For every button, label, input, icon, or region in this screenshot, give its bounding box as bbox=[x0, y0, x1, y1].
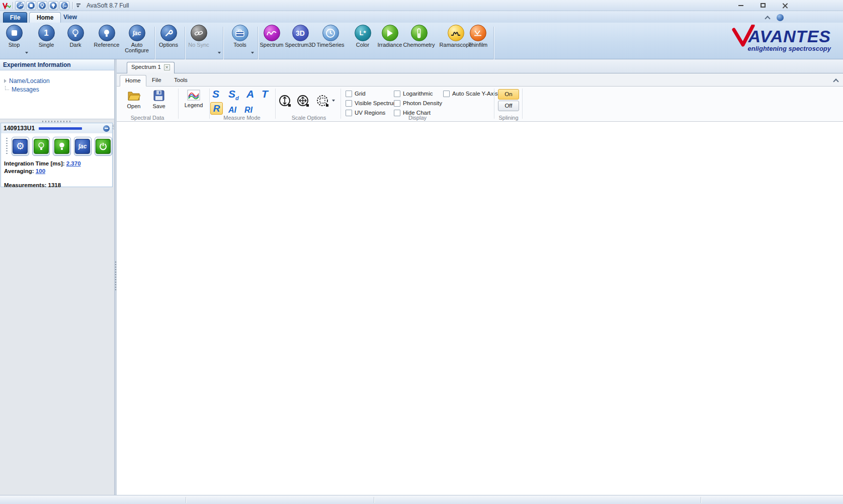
chemometry-button[interactable]: Chemometry bbox=[401, 25, 437, 48]
dark-bulb-icon bbox=[39, 2, 46, 9]
options-button[interactable]: Options bbox=[155, 25, 182, 48]
legend-label: Legend bbox=[185, 102, 203, 108]
quick-access-autoconfigure-button[interactable]: ac bbox=[59, 1, 69, 10]
drag-handle[interactable] bbox=[6, 138, 8, 155]
checkbox-box bbox=[394, 91, 400, 97]
status-bar bbox=[0, 495, 843, 504]
tab-view[interactable]: View bbox=[56, 12, 84, 23]
splining-on-button[interactable]: On bbox=[498, 89, 519, 100]
dark-button[interactable]: Dark bbox=[65, 25, 86, 48]
checkbox-label: Auto Scale Y-Axis bbox=[452, 91, 498, 97]
stop-button[interactable]: Stop bbox=[4, 25, 24, 48]
no-sync-dropdown[interactable] bbox=[218, 52, 221, 54]
close-tab-icon[interactable]: ✕ bbox=[164, 64, 170, 70]
divider bbox=[13, 2, 13, 9]
irradiance-button[interactable]: Irradiance bbox=[374, 25, 405, 48]
checkbox-visible-spectrum[interactable]: Visible Spectrum bbox=[346, 100, 398, 107]
doc-tab-home[interactable]: Home bbox=[120, 75, 146, 87]
stop-icon bbox=[28, 2, 35, 9]
help-icon[interactable] bbox=[777, 14, 784, 21]
divider bbox=[186, 497, 186, 503]
thinfilm-button[interactable]: Thinfilm bbox=[465, 25, 490, 48]
minimize-button[interactable] bbox=[736, 2, 745, 9]
measure-mode-t[interactable]: T bbox=[262, 89, 268, 100]
expand-arrow-icon[interactable] bbox=[4, 79, 7, 83]
chevron-down-icon bbox=[332, 100, 335, 102]
device-dark-button[interactable] bbox=[32, 137, 50, 156]
maximize-button[interactable] bbox=[758, 2, 768, 9]
tab-file[interactable]: File bbox=[3, 12, 27, 23]
open-folder-icon bbox=[127, 90, 140, 102]
spectrum-chart[interactable] bbox=[117, 122, 843, 495]
title-bar: ac AvaSoft 8.7 Full bbox=[0, 0, 843, 11]
doc-tab-tools[interactable]: Tools bbox=[169, 75, 193, 87]
tree-item-name-location[interactable]: Name/Location bbox=[4, 76, 114, 85]
checkbox-auto-scale-y-axis[interactable]: Auto Scale Y-Axis bbox=[443, 90, 498, 97]
single-icon: 1 bbox=[38, 25, 55, 41]
quick-access-dropdown[interactable] bbox=[76, 4, 80, 8]
unzoom-y-icon[interactable] bbox=[279, 95, 292, 108]
collapse-device-button[interactable] bbox=[103, 125, 110, 132]
group-label-measure-mode: Measure Mode bbox=[210, 115, 274, 121]
divider bbox=[494, 89, 494, 119]
no-sync-button[interactable]: No Sync bbox=[186, 25, 212, 48]
device-info: Integration Time [ms]: 2.370 Averaging: … bbox=[1, 156, 112, 189]
avantes-logo: AVANTES enlightening spectroscopy bbox=[705, 29, 831, 52]
measurements-label: Measurements: bbox=[4, 182, 46, 188]
device-reference-button[interactable] bbox=[53, 137, 70, 156]
quick-access-stop-button[interactable] bbox=[26, 1, 36, 10]
checkbox-grid[interactable]: Grid bbox=[346, 90, 366, 97]
unzoom-all-icon[interactable] bbox=[297, 95, 310, 108]
tools-button[interactable]: Tools bbox=[229, 25, 251, 48]
zoom-selection-icon[interactable] bbox=[316, 95, 329, 108]
device-power-button[interactable] bbox=[95, 137, 112, 156]
spectrum3d-button[interactable]: 3D Spectrum3D bbox=[283, 25, 317, 48]
measure-mode-sd[interactable]: Sd bbox=[228, 89, 239, 104]
checkbox-label: Grid bbox=[355, 91, 366, 97]
save-button[interactable]: Save bbox=[149, 90, 169, 109]
close-icon bbox=[782, 3, 788, 9]
timeseries-button[interactable]: TimeSeries bbox=[314, 25, 347, 48]
close-button[interactable] bbox=[781, 2, 790, 9]
reference-button[interactable]: Reference bbox=[91, 25, 122, 48]
splining-off-button[interactable]: Off bbox=[498, 101, 519, 111]
app-logo-icon bbox=[2, 2, 11, 10]
quick-access-reference-button[interactable] bbox=[48, 1, 58, 10]
averaging-value[interactable]: 100 bbox=[36, 168, 45, 174]
chevron-down-icon bbox=[25, 52, 28, 54]
single-button[interactable]: 1 Single bbox=[35, 25, 57, 48]
collapse-ribbon-icon[interactable] bbox=[765, 16, 770, 21]
color-button[interactable]: L* Color bbox=[352, 25, 373, 48]
reflectance-chart-svg[interactable] bbox=[117, 122, 843, 495]
zoom-dropdown[interactable] bbox=[332, 100, 335, 102]
checkbox-box bbox=[394, 100, 400, 107]
group-label-splining: Splining bbox=[486, 115, 531, 121]
tools-dropdown[interactable] bbox=[251, 52, 254, 54]
quick-access-dark-button[interactable] bbox=[37, 1, 47, 10]
auto-configure-button[interactable]: ∫ac AutoConfigure bbox=[121, 25, 152, 53]
measure-mode-r-selected[interactable]: R bbox=[210, 102, 223, 115]
open-button[interactable]: Open bbox=[124, 90, 144, 109]
collapse-doc-ribbon-icon[interactable] bbox=[833, 78, 838, 84]
device-progress-bar bbox=[39, 127, 82, 130]
doc-tab-file[interactable]: File bbox=[147, 75, 166, 87]
checkbox-logarithmic[interactable]: Logarithmic bbox=[394, 90, 433, 97]
device-settings-button[interactable]: ⚙ bbox=[12, 137, 29, 156]
checkbox-label: Logarithmic bbox=[403, 91, 433, 97]
measure-mode-a[interactable]: A bbox=[246, 89, 254, 100]
tab-spectrum-1[interactable]: Spectrum 1 ✕ bbox=[127, 62, 175, 73]
checkbox-photon-density[interactable]: Photon Density bbox=[394, 100, 442, 107]
document-tab-label: Spectrum 1 bbox=[131, 64, 161, 70]
measure-mode-ai[interactable]: AI bbox=[228, 105, 236, 116]
integration-time-value[interactable]: 2.370 bbox=[66, 160, 81, 166]
stop-dropdown[interactable] bbox=[25, 52, 28, 54]
spectrum-button[interactable]: Spectrum bbox=[257, 25, 286, 48]
legend-button[interactable]: Legend bbox=[182, 90, 205, 108]
device-panel: 1409133U1 ⚙ bbox=[1, 123, 113, 187]
measure-mode-ri[interactable]: RI bbox=[244, 105, 252, 116]
device-autoconfigure-button[interactable]: ∫ac bbox=[74, 137, 92, 156]
tree-item-messages[interactable]: Messages bbox=[4, 85, 114, 94]
brand-v-swoosh bbox=[732, 25, 755, 47]
measure-mode-s[interactable]: S bbox=[212, 89, 219, 100]
quick-access-options-button[interactable] bbox=[15, 1, 25, 10]
